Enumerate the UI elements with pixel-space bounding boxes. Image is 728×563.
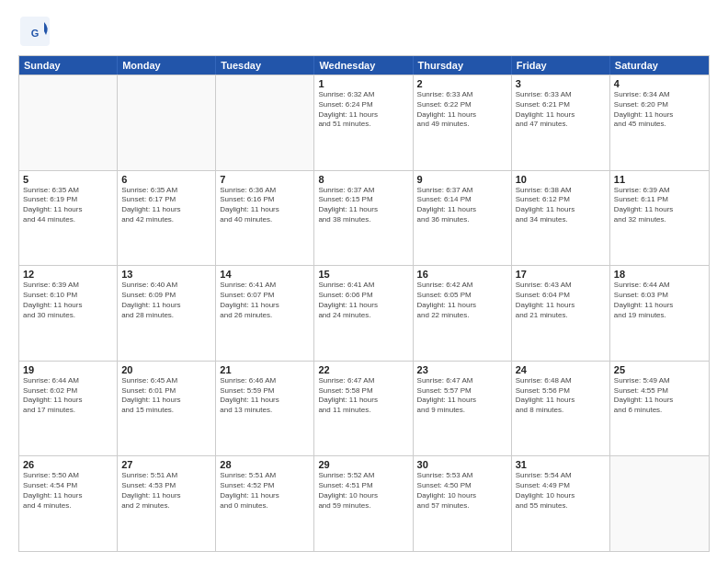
day-info: Sunrise: 5:50 AM Sunset: 4:54 PM Dayligh… (23, 471, 113, 511)
day-cell-1: 1Sunrise: 6:32 AM Sunset: 6:24 PM Daylig… (314, 75, 413, 170)
day-info: Sunrise: 6:46 AM Sunset: 5:59 PM Dayligh… (220, 376, 310, 416)
day-cell-2: 2Sunrise: 6:33 AM Sunset: 6:22 PM Daylig… (414, 75, 512, 170)
day-info: Sunrise: 6:37 AM Sunset: 6:14 PM Dayligh… (417, 186, 507, 225)
day-number: 13 (121, 269, 211, 280)
day-info: Sunrise: 6:38 AM Sunset: 6:12 PM Dayligh… (516, 186, 606, 225)
svg-text:G: G (31, 28, 40, 39)
logo-icon: G (18, 15, 51, 48)
day-cell-16: 16Sunrise: 6:42 AM Sunset: 6:05 PM Dayli… (414, 266, 512, 361)
calendar-row-2: 12Sunrise: 6:39 AM Sunset: 6:10 PM Dayli… (19, 265, 709, 361)
day-number: 14 (220, 269, 310, 280)
day-info: Sunrise: 6:39 AM Sunset: 6:10 PM Dayligh… (23, 281, 113, 320)
calendar-header: SundayMondayTuesdayWednesdayThursdayFrid… (19, 56, 709, 75)
day-cell-23: 23Sunrise: 6:47 AM Sunset: 5:57 PM Dayli… (414, 362, 512, 456)
day-number: 8 (318, 174, 408, 185)
day-number: 26 (23, 459, 113, 470)
day-number: 17 (516, 269, 606, 280)
day-info: Sunrise: 5:51 AM Sunset: 4:53 PM Dayligh… (121, 471, 211, 511)
day-cell-8: 8Sunrise: 6:37 AM Sunset: 6:15 PM Daylig… (314, 171, 413, 266)
calendar-body: 1Sunrise: 6:32 AM Sunset: 6:24 PM Daylig… (19, 75, 709, 551)
day-info: Sunrise: 5:51 AM Sunset: 4:52 PM Dayligh… (220, 471, 310, 511)
day-cell-30: 30Sunrise: 5:53 AM Sunset: 4:50 PM Dayli… (414, 456, 512, 551)
day-number: 24 (516, 364, 606, 375)
day-info: Sunrise: 6:34 AM Sunset: 6:20 PM Dayligh… (614, 90, 705, 130)
day-number: 15 (318, 269, 408, 280)
day-number: 20 (121, 364, 211, 375)
day-info: Sunrise: 6:35 AM Sunset: 6:19 PM Dayligh… (23, 186, 113, 225)
day-cell-22: 22Sunrise: 6:47 AM Sunset: 5:58 PM Dayli… (314, 362, 413, 456)
calendar-row-4: 26Sunrise: 5:50 AM Sunset: 4:54 PM Dayli… (19, 455, 709, 551)
day-number: 23 (417, 364, 507, 375)
day-number: 27 (121, 459, 211, 470)
day-cell-27: 27Sunrise: 5:51 AM Sunset: 4:53 PM Dayli… (118, 456, 216, 551)
day-cell-31: 31Sunrise: 5:54 AM Sunset: 4:49 PM Dayli… (512, 456, 610, 551)
day-info: Sunrise: 6:44 AM Sunset: 6:02 PM Dayligh… (23, 376, 113, 416)
day-cell-18: 18Sunrise: 6:44 AM Sunset: 6:03 PM Dayli… (610, 266, 709, 361)
day-number: 9 (417, 174, 507, 185)
day-number: 31 (516, 459, 606, 470)
day-info: Sunrise: 5:52 AM Sunset: 4:51 PM Dayligh… (318, 471, 408, 511)
logo: G (18, 15, 55, 48)
day-info: Sunrise: 5:54 AM Sunset: 4:49 PM Dayligh… (516, 471, 606, 511)
day-number: 12 (23, 269, 113, 280)
day-cell-24: 24Sunrise: 6:48 AM Sunset: 5:56 PM Dayli… (512, 362, 610, 456)
day-info: Sunrise: 6:47 AM Sunset: 5:58 PM Dayligh… (318, 376, 408, 416)
day-number: 29 (318, 459, 408, 470)
calendar-row-3: 19Sunrise: 6:44 AM Sunset: 6:02 PM Dayli… (19, 361, 709, 456)
day-info: Sunrise: 6:48 AM Sunset: 5:56 PM Dayligh… (516, 376, 606, 416)
day-cell-13: 13Sunrise: 6:40 AM Sunset: 6:09 PM Dayli… (118, 266, 216, 361)
day-number: 30 (417, 459, 507, 470)
day-number: 28 (220, 459, 310, 470)
day-info: Sunrise: 6:39 AM Sunset: 6:11 PM Dayligh… (614, 186, 705, 225)
header-day-sunday: Sunday (19, 56, 118, 75)
header-day-tuesday: Tuesday (216, 56, 314, 75)
day-cell-9: 9Sunrise: 6:37 AM Sunset: 6:14 PM Daylig… (414, 171, 512, 266)
header-day-wednesday: Wednesday (314, 56, 413, 75)
day-info: Sunrise: 6:37 AM Sunset: 6:15 PM Dayligh… (318, 186, 408, 225)
empty-cell-0-2 (216, 75, 314, 170)
day-cell-17: 17Sunrise: 6:43 AM Sunset: 6:04 PM Dayli… (512, 266, 610, 361)
header-day-friday: Friday (512, 56, 610, 75)
day-info: Sunrise: 6:35 AM Sunset: 6:17 PM Dayligh… (121, 186, 211, 225)
day-info: Sunrise: 6:41 AM Sunset: 6:07 PM Dayligh… (220, 281, 310, 320)
empty-cell-4-6 (610, 456, 709, 551)
day-number: 21 (220, 364, 310, 375)
calendar-row-0: 1Sunrise: 6:32 AM Sunset: 6:24 PM Daylig… (19, 75, 709, 170)
day-cell-14: 14Sunrise: 6:41 AM Sunset: 6:07 PM Dayli… (216, 266, 314, 361)
day-number: 16 (417, 269, 507, 280)
day-number: 2 (417, 78, 507, 89)
day-cell-7: 7Sunrise: 6:36 AM Sunset: 6:16 PM Daylig… (216, 171, 314, 266)
empty-cell-0-0 (19, 75, 118, 170)
day-cell-3: 3Sunrise: 6:33 AM Sunset: 6:21 PM Daylig… (512, 75, 610, 170)
day-cell-12: 12Sunrise: 6:39 AM Sunset: 6:10 PM Dayli… (19, 266, 118, 361)
day-info: Sunrise: 6:36 AM Sunset: 6:16 PM Dayligh… (220, 186, 310, 225)
header: G (18, 15, 710, 48)
day-cell-19: 19Sunrise: 6:44 AM Sunset: 6:02 PM Dayli… (19, 362, 118, 456)
day-number: 6 (121, 174, 211, 185)
day-cell-10: 10Sunrise: 6:38 AM Sunset: 6:12 PM Dayli… (512, 171, 610, 266)
day-cell-25: 25Sunrise: 5:49 AM Sunset: 4:55 PM Dayli… (610, 362, 709, 456)
day-info: Sunrise: 6:33 AM Sunset: 6:22 PM Dayligh… (417, 90, 507, 130)
day-info: Sunrise: 6:44 AM Sunset: 6:03 PM Dayligh… (614, 281, 705, 320)
empty-cell-0-1 (118, 75, 216, 170)
day-info: Sunrise: 5:53 AM Sunset: 4:50 PM Dayligh… (417, 471, 507, 511)
day-number: 4 (614, 78, 705, 89)
day-info: Sunrise: 6:40 AM Sunset: 6:09 PM Dayligh… (121, 281, 211, 320)
day-number: 19 (23, 364, 113, 375)
day-info: Sunrise: 6:32 AM Sunset: 6:24 PM Dayligh… (318, 90, 408, 130)
calendar: SundayMondayTuesdayWednesdayThursdayFrid… (18, 55, 710, 552)
day-info: Sunrise: 6:43 AM Sunset: 6:04 PM Dayligh… (516, 281, 606, 320)
day-number: 25 (614, 364, 705, 375)
day-number: 18 (614, 269, 705, 280)
header-day-monday: Monday (118, 56, 216, 75)
day-cell-4: 4Sunrise: 6:34 AM Sunset: 6:20 PM Daylig… (610, 75, 709, 170)
day-info: Sunrise: 5:49 AM Sunset: 4:55 PM Dayligh… (614, 376, 705, 416)
day-cell-26: 26Sunrise: 5:50 AM Sunset: 4:54 PM Dayli… (19, 456, 118, 551)
day-cell-11: 11Sunrise: 6:39 AM Sunset: 6:11 PM Dayli… (610, 171, 709, 266)
day-info: Sunrise: 6:47 AM Sunset: 5:57 PM Dayligh… (417, 376, 507, 416)
day-info: Sunrise: 6:41 AM Sunset: 6:06 PM Dayligh… (318, 281, 408, 320)
day-number: 5 (23, 174, 113, 185)
calendar-row-1: 5Sunrise: 6:35 AM Sunset: 6:19 PM Daylig… (19, 170, 709, 266)
day-number: 11 (614, 174, 705, 185)
header-day-saturday: Saturday (610, 56, 709, 75)
